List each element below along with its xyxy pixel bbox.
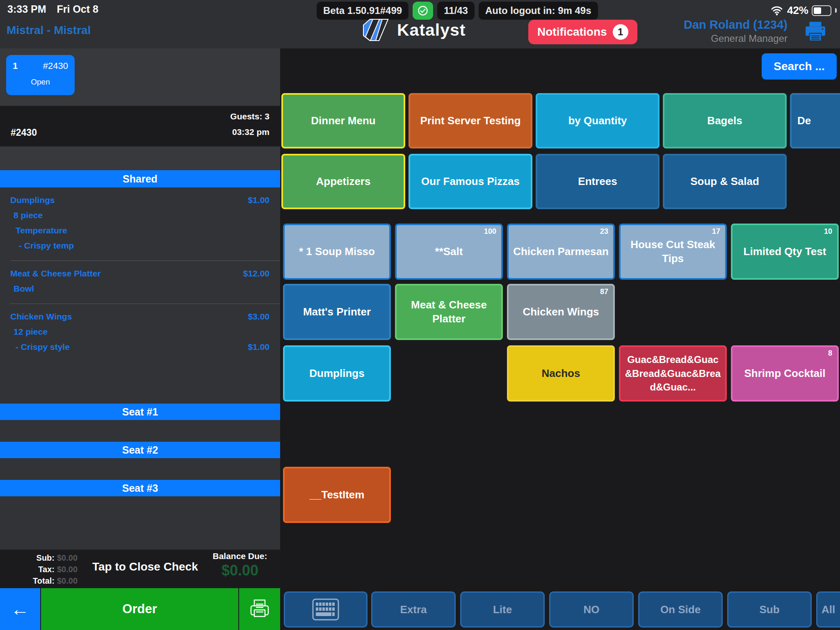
- menu-item-row-3: DumplingsNachosGuac&Bread&Guac&Bread&Gua…: [283, 345, 839, 402]
- status-time: 3:33 PM Fri Oct 8: [7, 3, 98, 15]
- menu-item-1-soup-misso[interactable]: * 1 Soup Misso: [283, 224, 391, 280]
- modifier-text: - Crispy temp: [19, 238, 74, 253]
- order-items-list: SharedDumplings$1.008 pieceTemperature- …: [0, 170, 280, 550]
- modifier-text: Temperature: [16, 223, 67, 238]
- pos-app: { "status_bar": { "time": "3:33 PM", "da…: [0, 0, 840, 630]
- keyboard-button[interactable]: [284, 591, 368, 628]
- check-id: #2430: [11, 127, 37, 138]
- category-appetizers[interactable]: Appetizers: [281, 154, 405, 209]
- menu-item-label: Limited Qty Test: [744, 245, 826, 259]
- section-items-seat-2: [0, 458, 280, 480]
- date: Fri Oct 8: [57, 3, 98, 15]
- modifier-sub[interactable]: Sub: [727, 591, 812, 628]
- brand: Katalyst: [360, 18, 466, 42]
- search-button[interactable]: Search ...: [762, 53, 837, 80]
- menu-item-salt[interactable]: 100**Salt: [395, 224, 503, 280]
- printer-icon: [804, 21, 827, 43]
- check-header[interactable]: #2430 Guests: 3 03:32 pm: [0, 106, 280, 146]
- printer-button[interactable]: [804, 21, 827, 44]
- category-soup-salad[interactable]: Soup & Salad: [663, 154, 787, 209]
- check-circle-icon: [417, 5, 429, 16]
- menu-item-chicken-parmesan[interactable]: 23Chicken Parmesan: [507, 224, 615, 280]
- check-totals-bar[interactable]: Sub:$0.00 Tax:$0.00 Total:$0.00 Tap to C…: [0, 550, 280, 588]
- order-item-chicken-wings[interactable]: Chicken Wings$3.0012 piece- Crispy style…: [0, 304, 280, 362]
- order-item-dumplings[interactable]: Dumplings$1.008 pieceTemperature- Crispy…: [0, 187, 280, 260]
- menu-item-house-cut-steak-tips[interactable]: 17House Cut Steak Tips: [619, 224, 727, 280]
- category-label: Appetizers: [316, 175, 371, 188]
- section-header-shared[interactable]: Shared: [0, 170, 280, 187]
- menu-item-nachos[interactable]: Nachos: [507, 345, 615, 402]
- modifier-price: $1.00: [248, 339, 269, 354]
- balance-due-block: Balance Due: $0.00: [205, 551, 274, 579]
- section-items-seat-1: [0, 420, 280, 442]
- modifier-buttons-bar: ExtraLiteNOOn SideSubAll: [371, 591, 840, 628]
- check-open-time: 03:32 pm: [232, 127, 269, 137]
- menu-item-dumplings[interactable]: Dumplings: [283, 345, 391, 402]
- order-item-meat-cheese-platter[interactable]: Meat & Cheese Platter$12.00Bowl: [0, 261, 280, 304]
- order-counter-badge[interactable]: 11/43: [437, 2, 475, 20]
- category-bagels[interactable]: Bagels: [663, 93, 787, 148]
- total-value: $0.00: [57, 575, 78, 587]
- tab-number: 1: [13, 61, 18, 71]
- quantity-badge: 23: [600, 228, 608, 235]
- order-item-name: Chicken Wings: [10, 309, 72, 324]
- store-name[interactable]: Mistral - Mistral: [7, 24, 91, 37]
- menu-item-matt-s-printer[interactable]: Matt's Printer: [283, 284, 391, 340]
- menu-item-guac-bread-guac-bread-guac-bread-guac[interactable]: Guac&Bread&Guac&Bread&Guac&Bread&Guac...: [619, 345, 727, 402]
- category-entrees[interactable]: Entrees: [536, 154, 660, 209]
- category-label: Print Server Testing: [420, 114, 520, 127]
- menu-item-meat-cheese-platter[interactable]: Meat & Cheese Platter: [395, 284, 503, 340]
- back-arrow-icon: ←: [11, 600, 30, 619]
- balance-due-value: $0.00: [205, 562, 274, 579]
- menu-item-label: House Cut Steak Tips: [624, 238, 722, 266]
- modifier-on-side[interactable]: On Side: [638, 591, 723, 628]
- balance-due-label: Balance Due:: [205, 551, 274, 561]
- modifier-lite[interactable]: Lite: [460, 591, 545, 628]
- menu-item-label: __TestItem: [310, 488, 365, 502]
- category-de[interactable]: De: [790, 93, 840, 148]
- menu-item-chicken-wings[interactable]: 87Chicken Wings: [507, 284, 615, 340]
- modifier-all[interactable]: All: [816, 591, 840, 628]
- menu-item-label: Guac&Bread&Guac&Bread&Guac&Bread&Guac...: [624, 353, 722, 394]
- check-tabs-area: 1 #2430 Open: [0, 48, 280, 106]
- category-by-quantity[interactable]: by Quantity: [536, 93, 660, 148]
- modifier-extra[interactable]: Extra: [371, 591, 456, 628]
- order-item-price: $12.00: [243, 266, 269, 281]
- check-actions-bar: ← Order: [0, 588, 280, 630]
- menu-item-label: Nachos: [542, 367, 580, 381]
- section-header-seat-3[interactable]: Seat #3: [0, 480, 280, 496]
- menu-item-label: Matt's Printer: [303, 305, 371, 319]
- back-button[interactable]: ←: [0, 588, 40, 630]
- menu-item-limited-qty-test[interactable]: 10Limited Qty Test: [731, 224, 839, 280]
- order-button[interactable]: Order: [41, 588, 238, 630]
- clock: 3:33 PM: [7, 3, 46, 15]
- user-info[interactable]: Dan Roland (1234) General Manager: [684, 18, 788, 44]
- modifier-text: - Crispy style: [16, 339, 70, 354]
- order-item-price: $3.00: [248, 309, 269, 324]
- section-header-seat-2[interactable]: Seat #2: [0, 442, 280, 458]
- modifier-text: 12 piece: [14, 324, 48, 339]
- menu-item-label: Chicken Parmesan: [513, 245, 609, 259]
- category-label: Entrees: [578, 175, 617, 188]
- battery-percent: 42%: [787, 4, 808, 17]
- menu-item-shrimp-cocktail[interactable]: 8Shrimp Cocktail: [731, 345, 839, 402]
- category-dinner-menu[interactable]: Dinner Menu: [281, 93, 405, 148]
- tap-to-close-check[interactable]: Tap to Close Check: [92, 560, 198, 573]
- category-label: by Quantity: [568, 114, 627, 127]
- sync-status-badge[interactable]: [413, 2, 433, 20]
- status-badges: Beta 1.50.91#499 11/43 Auto logout in: 9…: [317, 1, 598, 20]
- sub-label: Sub:: [0, 552, 55, 564]
- category-our-famous-pizzas[interactable]: Our Famous Pizzas: [409, 154, 532, 209]
- tax-value: $0.00: [57, 564, 78, 575]
- order-item-name: Dumplings: [10, 192, 55, 208]
- user-role: General Manager: [684, 33, 788, 44]
- notifications-button[interactable]: Notifications 1: [528, 20, 637, 44]
- section-header-seat-1[interactable]: Seat #1: [0, 404, 280, 420]
- modifier-no[interactable]: NO: [549, 591, 634, 628]
- check-tab[interactable]: 1 #2430 Open: [6, 55, 75, 95]
- menu-item-testitem[interactable]: __TestItem: [283, 467, 391, 523]
- category-print-server-testing[interactable]: Print Server Testing: [409, 93, 532, 148]
- wifi-icon: [770, 5, 784, 16]
- section-items-shared: Dumplings$1.008 pieceTemperature- Crispy…: [0, 187, 280, 404]
- order-print-button[interactable]: [239, 588, 280, 630]
